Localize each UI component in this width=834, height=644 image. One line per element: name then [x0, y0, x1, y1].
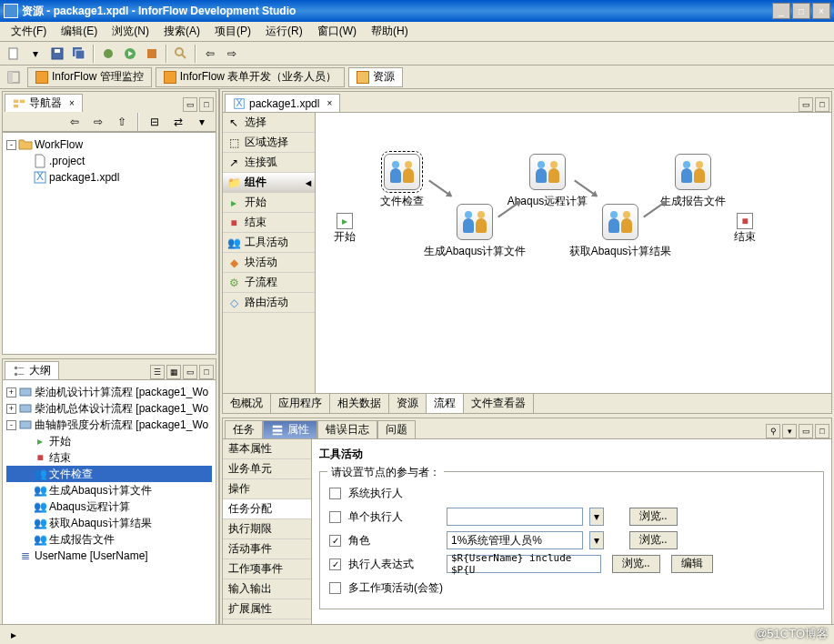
tab-problems[interactable]: 问题	[377, 420, 416, 438]
search-button[interactable]	[171, 44, 191, 64]
minimize-button[interactable]: _	[772, 3, 790, 19]
tab-errorlog[interactable]: 错误日志	[317, 420, 377, 438]
workflow-canvas[interactable]: ▸开始 文件检查 生成Abaqus计算文件 Abaqus远程计算 获取Abaqu…	[316, 113, 831, 393]
palette-region[interactable]: ⬚区域选择	[223, 133, 315, 153]
props-max[interactable]: □	[815, 424, 829, 438]
menu-window[interactable]: 窗口(W)	[310, 22, 364, 41]
props-pin[interactable]: ⚲	[766, 424, 780, 438]
nav-collapse[interactable]: ⊟	[145, 112, 165, 132]
palette-route[interactable]: ◇路由活动	[223, 293, 315, 313]
node-start[interactable]: ▸开始	[334, 213, 356, 245]
open-perspective-button[interactable]	[4, 67, 24, 87]
outline-sub-genabaqus[interactable]: 👥生成Abaqus计算文件	[6, 482, 212, 498]
tab-properties[interactable]: 属性	[263, 420, 317, 438]
editor-max[interactable]: □	[815, 97, 829, 112]
btab-overview[interactable]: 包概况	[223, 394, 271, 413]
new-button[interactable]	[4, 44, 24, 64]
menu-search[interactable]: 搜索(A)	[156, 22, 207, 41]
cat-basic[interactable]: 基本属性	[223, 439, 311, 459]
tree-workflow[interactable]: - WorkFlow	[6, 136, 212, 153]
nav-fwd[interactable]: ⇨	[88, 112, 108, 132]
expand-icon[interactable]: -	[6, 140, 16, 150]
btab-fileviewer[interactable]: 文件查看器	[464, 394, 534, 413]
menu-project[interactable]: 项目(P)	[207, 22, 258, 41]
input-role[interactable]: 1%系统管理人员%	[447, 531, 583, 549]
outline-item-2[interactable]: -曲轴静强度分析流程 [package1_Wo	[6, 417, 212, 433]
perspective-monitor[interactable]: InforFlow 管理监控	[27, 67, 152, 87]
outline-sub-abaqusremote[interactable]: 👥Abaqus远程计算	[6, 498, 212, 515]
outline-tab[interactable]: 大纲	[5, 361, 59, 379]
perspective-formdev[interactable]: InforFlow 表单开发（业务人员）	[156, 67, 346, 87]
outline-item-1[interactable]: +柴油机总体设计流程 [package1_Wo	[6, 400, 212, 417]
cat-assign[interactable]: 任务分配	[223, 499, 311, 519]
edit-expr[interactable]: 编辑	[671, 555, 713, 573]
outline-item-0[interactable]: +柴油机设计计算流程 [package1_Wo	[6, 384, 212, 400]
chk-single[interactable]	[329, 511, 341, 523]
outline-min[interactable]: ▭	[183, 365, 197, 379]
navigator-tab[interactable]: 导航器 ×	[5, 94, 83, 112]
palette-sub[interactable]: ⚙子流程	[223, 273, 315, 293]
outline-mode1[interactable]: ☰	[150, 365, 165, 379]
menu-navigate[interactable]: 浏览(N)	[105, 22, 156, 41]
chk-expr[interactable]: ✓	[329, 558, 341, 570]
nav-menu[interactable]: ▾	[192, 112, 212, 132]
cat-deadline[interactable]: 执行期限	[223, 519, 311, 539]
cat-op[interactable]: 操作	[223, 479, 311, 499]
input-single[interactable]	[447, 508, 583, 526]
outline-max[interactable]: □	[199, 365, 214, 379]
menu-edit[interactable]: 编辑(E)	[54, 22, 105, 41]
menu-file[interactable]: 文件(F)	[4, 22, 54, 41]
editor-close[interactable]: ×	[327, 98, 332, 108]
props-min[interactable]: ▭	[799, 424, 813, 438]
debug-button[interactable]	[98, 44, 118, 64]
outline-sub-end[interactable]: ■结束	[6, 449, 212, 466]
navigator-max[interactable]: □	[199, 97, 214, 112]
menu-run[interactable]: 运行(R)	[258, 22, 310, 41]
palette-select[interactable]: ↖选择	[223, 113, 315, 133]
menu-help[interactable]: 帮助(H)	[364, 22, 416, 41]
perspective-resource[interactable]: 资源	[348, 67, 403, 87]
chk-multi[interactable]	[329, 582, 341, 594]
input-expr[interactable]: $R{UserName} include $P{U	[447, 555, 601, 573]
run-button[interactable]	[120, 44, 140, 64]
nav-back[interactable]: ⇦	[65, 112, 85, 132]
cat-io[interactable]: 输入输出	[223, 579, 311, 599]
outline-mode2[interactable]: ▦	[166, 365, 181, 379]
btab-resource[interactable]: 资源	[389, 394, 427, 413]
save-button[interactable]	[47, 44, 67, 64]
outline-sub-getresult[interactable]: 👥获取Abaqus计算结果	[6, 515, 212, 531]
cat-ext[interactable]: 扩展属性	[223, 599, 311, 619]
nav-link[interactable]: ⇄	[168, 112, 188, 132]
navigator-close[interactable]: ×	[69, 98, 75, 108]
palette-end[interactable]: ■结束	[223, 213, 315, 233]
extrun-button[interactable]	[142, 44, 162, 64]
back-button[interactable]: ⇦	[200, 44, 220, 64]
navigator-min[interactable]: ▭	[183, 97, 197, 112]
outline-sub-start[interactable]: ▸开始	[6, 433, 212, 449]
outline-tree[interactable]: +柴油机设计计算流程 [package1_Wo +柴油机总体设计流程 [pack…	[3, 380, 216, 568]
btab-flow[interactable]: 流程	[427, 394, 464, 413]
browse-role[interactable]: 浏览..	[629, 531, 678, 549]
props-menu[interactable]: ▾	[782, 424, 797, 438]
forward-button[interactable]: ⇨	[222, 44, 242, 64]
palette-connect[interactable]: ↗连接弧	[223, 153, 315, 173]
btab-app[interactable]: 应用程序	[271, 394, 330, 413]
navigator-tree[interactable]: - WorkFlow .project X package1.xpdl	[3, 133, 216, 189]
outline-sub-filecheck[interactable]: 👥文件检查	[6, 466, 212, 482]
cat-bizunit[interactable]: 业务单元	[223, 459, 311, 479]
chk-sysexec[interactable]	[329, 488, 341, 499]
palette-tool[interactable]: 👥工具活动	[223, 233, 315, 253]
new-dropdown[interactable]: ▾	[25, 44, 45, 64]
cat-actevent[interactable]: 活动事件	[223, 539, 311, 559]
tree-package[interactable]: X package1.xpdl	[6, 169, 212, 186]
maximize-button[interactable]: □	[792, 3, 810, 19]
outline-sub-genreport[interactable]: 👥生成报告文件	[6, 531, 212, 548]
node-end[interactable]: ■结束	[734, 213, 756, 245]
outline-var[interactable]: ≣UserName [UserName]	[6, 548, 212, 564]
tree-project[interactable]: .project	[6, 153, 212, 169]
nav-up[interactable]: ⇧	[112, 112, 132, 132]
palette-block[interactable]: ◆块活动	[223, 253, 315, 273]
close-button[interactable]: ×	[812, 3, 830, 19]
tab-tasks[interactable]: 任务	[225, 420, 263, 438]
chk-role[interactable]: ✓	[329, 535, 341, 547]
